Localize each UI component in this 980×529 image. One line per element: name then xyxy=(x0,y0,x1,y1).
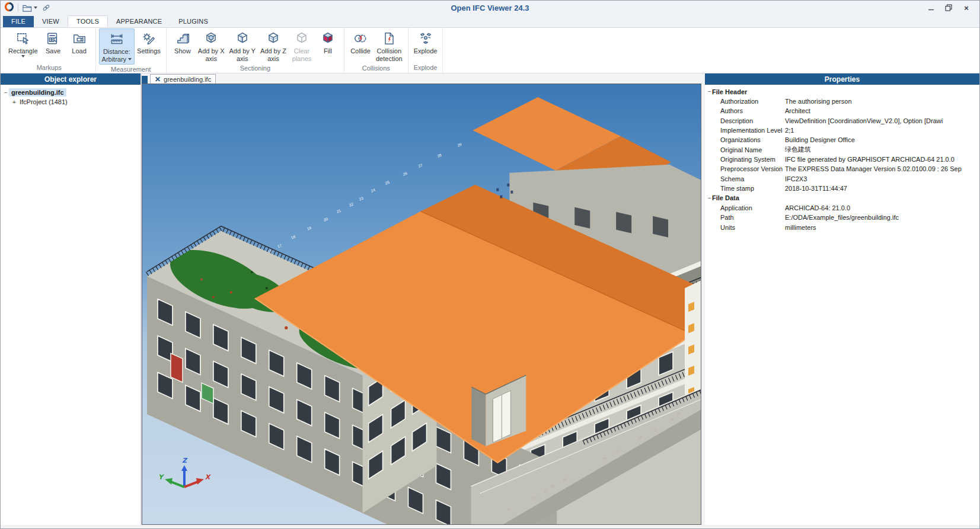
property-row[interactable]: DescriptionViewDefinition [CoordinationV… xyxy=(705,116,979,126)
document-tab[interactable]: ✕ greenbuilding.ifc xyxy=(150,74,216,84)
save-markup-icon xyxy=(46,30,61,47)
ribbon-group-explode: Explode Explode xyxy=(408,28,443,73)
properties-panel: Properties − File Header AuthorizationTh… xyxy=(705,73,979,525)
property-value: E:/ODA/Example_files/greenbuilding.ifc xyxy=(785,214,979,221)
property-row[interactable]: AuthorsArchitect xyxy=(705,106,979,116)
property-row[interactable]: Originating SystemIFC file generated by … xyxy=(705,155,979,164)
properties-header[interactable]: Properties xyxy=(705,73,979,85)
collapse-icon[interactable]: − xyxy=(705,88,712,95)
tree-item-root[interactable]: − greenbuilding.ifc xyxy=(3,88,141,97)
property-row[interactable]: Original Name绿色建筑 xyxy=(705,145,979,154)
section-add-z-button[interactable]: Add by Zaxis xyxy=(258,28,289,63)
property-value: 2;1 xyxy=(785,127,979,134)
collision-detection-button[interactable]: Collisiondetection xyxy=(374,28,405,63)
group-file-header[interactable]: − File Header xyxy=(705,86,979,97)
measurement-settings-button[interactable]: Settings xyxy=(135,28,163,56)
section-show-icon xyxy=(175,30,190,47)
object-explorer-header[interactable]: Object explorer xyxy=(1,73,141,85)
ribbon-toolbar: Rectangle Save xyxy=(1,27,979,73)
property-key: Application xyxy=(720,204,785,211)
rectangle-markup-button[interactable]: Rectangle xyxy=(6,28,40,59)
dropdown-caret-icon[interactable] xyxy=(21,55,25,57)
load-markup-button[interactable]: Load xyxy=(66,28,92,56)
property-row[interactable]: SchemaIFC2X3 xyxy=(705,174,979,183)
ribbon-group-label: Sectioning xyxy=(170,63,341,73)
tab-file[interactable]: FILE xyxy=(3,16,34,27)
collapse-icon[interactable]: − xyxy=(3,89,9,96)
viewport-column: ✕ greenbuilding.ifc xyxy=(142,73,701,525)
property-row[interactable]: OrganizationsBuilding Designer Office xyxy=(705,135,979,145)
property-row[interactable]: PathE:/ODA/Example_files/greenbuilding.i… xyxy=(705,213,979,222)
property-row[interactable]: Time stamp2018-10-31T11:44:47 xyxy=(705,184,979,193)
section-add-x-icon xyxy=(203,30,219,47)
tab-tools[interactable]: TOOLS xyxy=(68,15,108,28)
property-key: Path xyxy=(720,214,785,221)
link-icon[interactable] xyxy=(41,3,52,12)
open-file-button[interactable] xyxy=(22,4,37,12)
toolbar-divider xyxy=(18,4,18,12)
property-value: ViewDefinition [CoordinationView_V2.0], … xyxy=(785,117,979,124)
collide-button[interactable]: Collide xyxy=(347,28,374,56)
section-add-x-button[interactable]: Add by Xaxis xyxy=(196,28,227,63)
3d-scene: 15161718192021222324252627282930MEMAC xyxy=(142,84,701,524)
property-key: Implementation Level xyxy=(720,127,785,134)
close-button[interactable]: × xyxy=(958,2,975,14)
property-value: The authorising person xyxy=(785,98,979,105)
restore-button[interactable] xyxy=(940,2,957,14)
group-file-data[interactable]: − File Data xyxy=(705,193,979,203)
property-value: ARCHICAD-64: 21.0.0 xyxy=(785,204,979,211)
tab-view[interactable]: VIEW xyxy=(34,16,68,27)
tree-item-ifcproject[interactable]: + IfcProject (1481) xyxy=(3,97,141,107)
section-show-button[interactable]: Show xyxy=(170,28,196,56)
object-explorer-panel: Object explorer − greenbuilding.ifc + If… xyxy=(1,73,142,525)
explode-button[interactable]: Explode xyxy=(411,28,440,56)
property-value: 绿色建筑 xyxy=(785,145,979,154)
property-value: The EXPRESS Data Manager Version 5.02.01… xyxy=(785,165,979,172)
distance-arbitrary-button[interactable]: Distance: Arbitrary xyxy=(99,28,135,65)
viewport-3d-canvas[interactable]: 15161718192021222324252627282930MEMAC xyxy=(142,84,701,525)
property-value: 2018-10-31T11:44:47 xyxy=(785,185,979,192)
property-key: Preprocessor Version xyxy=(720,165,785,172)
load-markup-icon xyxy=(72,30,87,47)
property-key: Authors xyxy=(720,107,785,114)
collide-icon xyxy=(353,30,368,47)
distance-measure-icon xyxy=(109,30,125,48)
collapse-icon[interactable]: − xyxy=(705,195,712,201)
section-clear-planes-button[interactable]: Clearplanes xyxy=(289,28,315,63)
property-key: Time stamp xyxy=(720,185,785,192)
property-row[interactable]: Preprocessor VersionThe EXPRESS Data Man… xyxy=(705,164,979,174)
dropdown-caret-icon[interactable] xyxy=(128,58,132,60)
section-add-y-button[interactable]: Add by Yaxis xyxy=(227,28,258,63)
menu-tab-bar: FILE VIEW TOOLS APPEARANCE PLUGINS xyxy=(1,15,979,27)
property-row[interactable]: ApplicationARCHICAD-64: 21.0.0 xyxy=(705,203,979,213)
property-row[interactable]: Implementation Level2;1 xyxy=(705,126,979,135)
panel-splitter-handle[interactable] xyxy=(142,76,148,84)
collision-detection-icon xyxy=(381,30,397,47)
explode-icon xyxy=(418,30,433,47)
section-clear-planes-icon xyxy=(294,30,309,47)
section-fill-button[interactable]: Fill xyxy=(315,28,341,56)
property-value: IFC file generated by GRAPHISOFT ARCHICA… xyxy=(785,156,979,163)
property-row[interactable]: Unitsmillimeters xyxy=(705,223,979,232)
ribbon-group-measurement: Distance: Arbitrary Settings Mea xyxy=(96,28,167,73)
ribbon-group-label: Markups xyxy=(6,63,92,73)
ribbon-group-collisions: Collide Collisiondetection Collisions xyxy=(344,28,408,73)
open-file-dropdown-icon[interactable] xyxy=(34,7,37,9)
property-row[interactable]: AuthorizationThe authorising person xyxy=(705,97,979,106)
tab-close-icon[interactable]: ✕ xyxy=(155,76,161,83)
rectangle-markup-icon xyxy=(15,30,31,47)
minimize-button[interactable] xyxy=(922,2,939,14)
property-value: Architect xyxy=(785,107,979,114)
ribbon-group-markups: Rectangle Save xyxy=(3,28,96,73)
property-key: Originating System xyxy=(720,156,785,163)
property-grid: − File Header AuthorizationThe authorisi… xyxy=(705,85,979,232)
tab-plugins[interactable]: PLUGINS xyxy=(170,16,216,27)
section-add-z-icon xyxy=(266,30,281,47)
ribbon-group-sectioning: Show Add by Xaxis xyxy=(167,28,344,73)
section-add-y-icon xyxy=(235,30,250,47)
save-markup-button[interactable]: Save xyxy=(40,28,66,56)
property-key: Original Name xyxy=(720,146,785,153)
tab-appearance[interactable]: APPEARANCE xyxy=(108,16,170,27)
expand-icon[interactable]: + xyxy=(11,99,17,105)
property-key: Description xyxy=(720,117,785,124)
